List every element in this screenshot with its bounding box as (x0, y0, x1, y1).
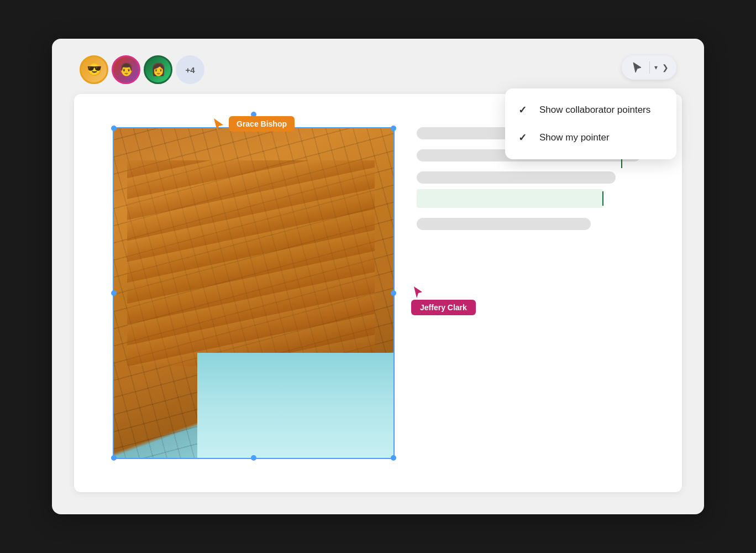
handle-ml[interactable] (111, 290, 117, 296)
text-cursor (602, 191, 603, 206)
handle-tl[interactable] (111, 126, 117, 131)
jeffery-cursor-arrow (412, 285, 426, 300)
avatar-2-face: 👨 (113, 57, 139, 82)
checkmark-my-pointer-icon: ✓ (518, 132, 529, 144)
handle-bl[interactable] (111, 455, 117, 461)
handle-mr[interactable] (391, 290, 396, 296)
avatar-1-face: 😎 (81, 57, 107, 82)
toolbar-divider (649, 61, 650, 74)
tiffany-cursor-line (621, 159, 622, 168)
avatar-3-face: 👩 (145, 57, 171, 82)
content-bar-4 (417, 218, 591, 230)
toolbar-cursor-button[interactable]: ▾ ❯ (622, 55, 676, 80)
image-container[interactable]: Grace Bishop (113, 127, 395, 459)
avatar-1[interactable]: 😎 (80, 55, 108, 84)
avatar-more[interactable]: +4 (176, 55, 204, 84)
pointer-dropdown-menu: ✓ Show collaborator pointers ✓ Show my p… (505, 88, 676, 159)
dropdown-item-collaborator-pointers[interactable]: ✓ Show collaborator pointers (505, 96, 676, 124)
text-input-bar[interactable] (417, 189, 603, 208)
text-input-wrapper[interactable] (417, 189, 665, 208)
more-count-label: +4 (185, 65, 195, 75)
handle-bm[interactable] (251, 455, 256, 461)
content-bar-3 (417, 171, 616, 184)
grace-cursor: Grace Bishop (212, 116, 295, 133)
handle-br[interactable] (391, 455, 396, 461)
jeffery-cursor: Jeffery Clark (411, 285, 476, 315)
cursor-icon (629, 60, 645, 75)
app-canvas: 😎 👨 👩 +4 ▾ ❯ ✓ Show collaborator pointer… (52, 39, 704, 514)
dropdown-label-collaborator-pointers: Show collaborator pointers (539, 105, 650, 116)
tiffany-area: Tiffany Lu (417, 171, 665, 208)
dropdown-arrow-icon[interactable]: ▾ (654, 64, 658, 71)
chevron-icon[interactable]: ❯ (662, 63, 669, 72)
avatar-3[interactable]: 👩 (144, 55, 172, 84)
grace-cursor-arrow (212, 117, 227, 133)
dropdown-label-my-pointer: Show my pointer (539, 132, 610, 143)
jeffery-cursor-label: Jeffery Clark (411, 300, 476, 315)
selection-box (113, 127, 395, 459)
dropdown-item-my-pointer[interactable]: ✓ Show my pointer (505, 124, 676, 152)
collaborator-avatars: 😎 👨 👩 +4 (80, 55, 204, 84)
grace-cursor-label: Grace Bishop (229, 116, 295, 132)
handle-tr[interactable] (391, 126, 396, 131)
avatar-2[interactable]: 👨 (112, 55, 140, 84)
checkmark-collaborator-icon: ✓ (518, 104, 529, 116)
